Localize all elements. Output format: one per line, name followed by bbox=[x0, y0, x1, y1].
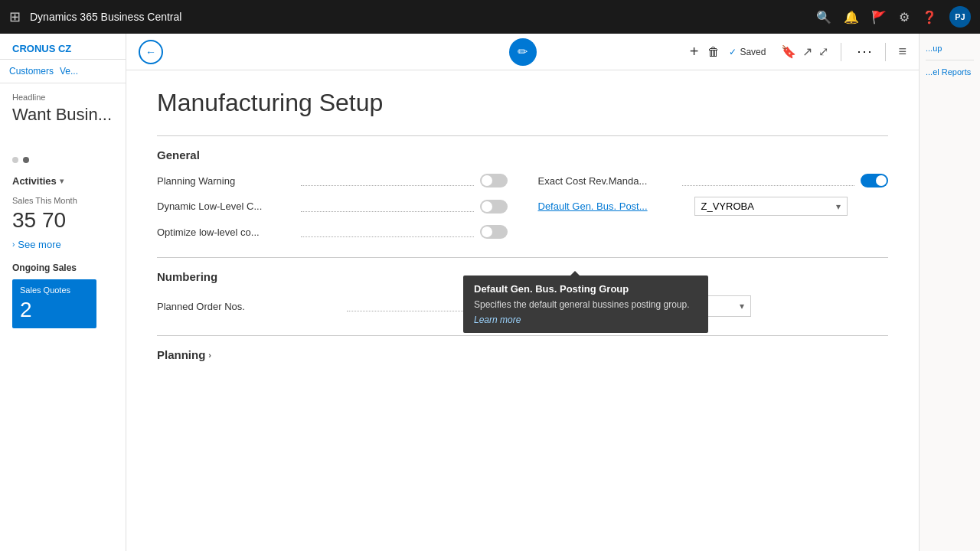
delete-icon: 🗑 bbox=[707, 45, 720, 59]
sales-quotes-tile-label: Sales Quotes bbox=[20, 285, 89, 295]
subnav-actions: + 🗑 ✓ Saved 🔖 ↗ ⤢ ··· ≡ bbox=[690, 43, 906, 61]
headline-text: Want Busin... bbox=[12, 105, 113, 151]
input-chevron-icon[interactable]: ▾ bbox=[740, 301, 744, 311]
more-menu-button[interactable]: ··· bbox=[857, 44, 873, 60]
select-chevron-icon: ▾ bbox=[836, 201, 841, 212]
main-layout: CRONUS CZ Customers Ve... Headline Want … bbox=[0, 34, 980, 551]
sidebar-item-ve[interactable]: Ve... bbox=[57, 64, 81, 78]
sidebar-item-customers[interactable]: Customers bbox=[6, 64, 57, 78]
tooltip-box: Default Gen. Bus. Posting Group Specifie… bbox=[463, 276, 708, 333]
right-panel-divider bbox=[926, 60, 974, 60]
saved-status: ✓ Saved bbox=[729, 47, 766, 57]
default-gen-bus-value: Z_VYROBA bbox=[701, 201, 836, 212]
dynamic-low-level-col: Dynamic Low-Level C... bbox=[157, 197, 508, 216]
back-button[interactable]: ← bbox=[139, 40, 163, 64]
check-icon: ✓ bbox=[729, 47, 737, 57]
subnav-right-icons: 🔖 ↗ ⤢ bbox=[781, 44, 828, 59]
dynamic-low-level-label: Dynamic Low-Level C... bbox=[157, 201, 295, 212]
optimize-low-level-toggle[interactable] bbox=[480, 225, 508, 239]
planning-warning-col: Planning Warning bbox=[157, 174, 508, 187]
optimize-low-level-col: Optimize low-level co... bbox=[157, 225, 508, 239]
exact-cost-knob bbox=[876, 175, 887, 186]
subnav: ← ✏ + 🗑 ✓ Saved 🔖 ↗ ⤢ bbox=[126, 34, 919, 70]
add-button[interactable]: + bbox=[690, 43, 699, 60]
form-content: Manufacturing Setup General Planning War… bbox=[126, 70, 919, 551]
topbar-icons: 🔍 🔔 🚩 ⚙ ❓ PJ bbox=[816, 6, 971, 28]
general-divider bbox=[157, 135, 888, 136]
sidebar: CRONUS CZ Customers Ve... Headline Want … bbox=[0, 34, 126, 551]
dynamic-low-level-toggle[interactable] bbox=[480, 200, 508, 214]
exact-cost-col: Exact Cost Rev.Manda... bbox=[538, 174, 889, 187]
sales-quotes-number: 2 bbox=[20, 298, 89, 322]
exact-cost-label: Exact Cost Rev.Manda... bbox=[538, 175, 676, 187]
planning-warning-toggle[interactable] bbox=[480, 174, 508, 187]
tooltip-body: Specifies the default general bussines p… bbox=[474, 299, 697, 310]
empty-col bbox=[538, 225, 889, 239]
gear-icon[interactable]: ⚙ bbox=[899, 10, 910, 24]
bookmark-icon[interactable]: 🔖 bbox=[781, 44, 796, 59]
ongoing-sales-label: Ongoing Sales bbox=[0, 256, 126, 276]
avatar[interactable]: PJ bbox=[949, 6, 971, 28]
right-panel-item-1[interactable]: ...up bbox=[920, 40, 980, 57]
tooltip-learn-more[interactable]: Learn more bbox=[474, 315, 697, 325]
headline-label: Headline bbox=[12, 93, 113, 102]
more-icon: ··· bbox=[857, 44, 873, 60]
planning-section-title[interactable]: Planning › bbox=[157, 348, 888, 361]
planning-chevron-icon: › bbox=[208, 350, 211, 360]
dot-1[interactable] bbox=[12, 157, 18, 163]
activities-item[interactable]: Activities ▾ bbox=[0, 169, 126, 193]
form-row-1: Planning Warning Exact Cost Rev.Manda... bbox=[157, 174, 888, 187]
planning-warning-knob bbox=[482, 175, 492, 186]
default-gen-bus-col: Default Gen. Bus. Post... Z_VYROBA ▾ bbox=[538, 197, 889, 216]
form-row-3: Optimize low-level co... bbox=[157, 225, 888, 239]
sales-label: Sales This Month bbox=[0, 193, 126, 208]
optimize-low-level-label: Optimize low-level co... bbox=[157, 227, 295, 238]
sidebar-headline-section: Headline Want Busin... bbox=[0, 83, 126, 151]
topbar: ⊞ Dynamics 365 Business Central 🔍 🔔 🚩 ⚙ … bbox=[0, 0, 980, 34]
edit-icon: ✏ bbox=[518, 44, 528, 59]
expand-icon[interactable]: ⤢ bbox=[818, 44, 828, 59]
optimize-low-level-knob bbox=[482, 227, 492, 237]
grid-icon[interactable]: ⊞ bbox=[9, 8, 21, 25]
carousel-dots bbox=[0, 151, 126, 169]
help-icon[interactable]: ❓ bbox=[922, 10, 937, 24]
activities-chevron: ▾ bbox=[60, 177, 64, 185]
right-panel-item-2[interactable]: ...el Reports bbox=[920, 64, 980, 80]
sales-quotes-tile[interactable]: Sales Quotes 2 bbox=[12, 279, 96, 328]
numbering-divider bbox=[157, 257, 888, 258]
bell-icon[interactable]: 🔔 bbox=[844, 10, 859, 24]
default-gen-bus-select[interactable]: Z_VYROBA ▾ bbox=[694, 197, 848, 216]
divider2 bbox=[885, 43, 886, 61]
app-title: Dynamics 365 Business Central bbox=[30, 11, 807, 23]
default-gen-bus-label[interactable]: Default Gen. Bus. Post... bbox=[538, 201, 676, 212]
divider bbox=[841, 43, 841, 61]
content-area: ← ✏ + 🗑 ✓ Saved 🔖 ↗ ⤢ bbox=[126, 34, 919, 551]
see-more-icon: › bbox=[12, 240, 15, 249]
sales-number: 35 70 bbox=[0, 208, 126, 233]
delete-button[interactable]: 🗑 bbox=[707, 45, 720, 59]
planned-order-label: Planned Order Nos. bbox=[157, 301, 341, 312]
dynamic-low-level-knob bbox=[482, 201, 492, 212]
open-in-new-icon[interactable]: ↗ bbox=[802, 44, 812, 59]
dot-2[interactable] bbox=[23, 157, 29, 163]
flag-icon[interactable]: 🚩 bbox=[871, 10, 887, 24]
tooltip-arrow bbox=[570, 271, 580, 276]
right-panel: ...up ...el Reports bbox=[919, 34, 980, 551]
tooltip-title: Default Gen. Bus. Posting Group bbox=[474, 283, 697, 295]
sidebar-nav: Customers Ve... bbox=[0, 60, 126, 83]
planning-divider bbox=[157, 335, 888, 336]
general-section-title: General bbox=[157, 148, 888, 161]
form-row-2: Dynamic Low-Level C... Default Gen. Bus.… bbox=[157, 197, 888, 216]
page-title: Manufacturing Setup bbox=[157, 89, 888, 117]
collapse-icon[interactable]: ≡ bbox=[898, 44, 906, 60]
see-more-button[interactable]: › See more bbox=[0, 233, 126, 256]
exact-cost-toggle[interactable] bbox=[861, 174, 888, 187]
company-name[interactable]: CRONUS CZ bbox=[0, 34, 126, 60]
edit-button[interactable]: ✏ bbox=[509, 38, 537, 66]
planning-warning-label: Planning Warning bbox=[157, 175, 295, 187]
search-icon[interactable]: 🔍 bbox=[816, 10, 831, 24]
